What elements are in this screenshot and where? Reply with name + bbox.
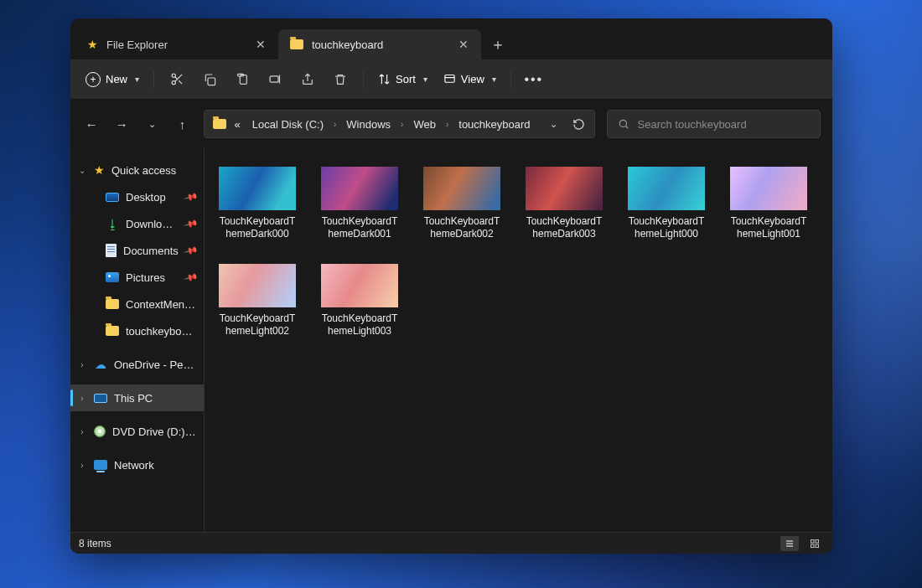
svg-rect-2 — [208, 78, 215, 85]
breadcrumb-seg-windows[interactable]: Windows — [343, 111, 394, 137]
file-item[interactable]: TouchKeyboardThemeDark003 — [525, 167, 603, 240]
sidebar-item-quick-access[interactable]: ⌄ ★ Quick access — [70, 157, 204, 183]
file-thumbnail — [423, 167, 500, 210]
new-label: New — [106, 73, 127, 85]
sidebar-item-this-pc[interactable]: › This PC — [70, 384, 204, 411]
sidebar-item-contextmenu[interactable]: ContextMenuCustomizer — [70, 291, 204, 317]
file-grid[interactable]: TouchKeyboardThemeDark000TouchKeyboardTh… — [205, 148, 832, 532]
file-item[interactable]: TouchKeyboardThemeLight003 — [320, 264, 399, 338]
breadcrumb-seg-touchkeyboard[interactable]: touchkeyboard — [455, 111, 533, 137]
up-button[interactable]: ↑ — [173, 114, 191, 134]
file-thumbnail — [628, 167, 705, 210]
close-tab-button[interactable]: ✕ — [454, 39, 473, 50]
sidebar-label: touchkeyboard — [126, 325, 197, 338]
recent-locations-button[interactable]: ⌄ — [142, 114, 161, 134]
new-button[interactable]: + New ▾ — [79, 69, 146, 90]
sidebar-label: Network — [114, 459, 197, 472]
file-name: TouchKeyboardThemeLight000 — [627, 215, 706, 240]
breadcrumb-overflow[interactable]: « — [231, 111, 244, 137]
new-tab-button[interactable]: ＋ — [481, 29, 515, 59]
sidebar-item-downloads[interactable]: ⭳ Downloads 📌 — [70, 210, 204, 237]
pc-icon — [94, 394, 107, 403]
more-button[interactable]: ••• — [519, 65, 549, 94]
chevron-right-icon[interactable]: › — [399, 120, 405, 129]
paste-button[interactable] — [227, 65, 257, 94]
file-item[interactable]: TouchKeyboardThemeDark001 — [320, 167, 399, 240]
svg-point-7 — [619, 120, 626, 126]
sort-button[interactable]: Sort ▾ — [371, 70, 434, 89]
svg-rect-8 — [811, 539, 815, 543]
pictures-icon — [106, 272, 119, 282]
rename-button[interactable] — [260, 65, 290, 94]
grid-icon — [809, 539, 821, 549]
view-label: View — [461, 73, 484, 85]
sidebar-item-onedrive[interactable]: › ☁ OneDrive - Personal — [70, 351, 204, 378]
search-box[interactable] — [607, 110, 821, 138]
delete-button[interactable] — [325, 65, 355, 94]
cut-button[interactable] — [162, 65, 192, 94]
file-thumbnail — [321, 167, 398, 210]
chevron-down-icon[interactable]: ⌄ — [77, 166, 87, 175]
pin-icon: 📌 — [184, 189, 199, 204]
file-name: TouchKeyboardThemeDark002 — [422, 215, 501, 240]
sidebar-item-dvd[interactable]: › DVD Drive (D:) CCCOMA_X — [70, 418, 204, 445]
copy-icon — [203, 73, 216, 86]
tab-title: File Explorer — [106, 39, 243, 51]
share-icon — [301, 73, 314, 86]
svg-point-0 — [172, 74, 175, 77]
copy-button[interactable] — [194, 65, 225, 94]
chevron-right-icon[interactable]: › — [77, 360, 87, 369]
folder-icon — [213, 119, 226, 129]
disc-icon — [94, 426, 106, 437]
search-input[interactable] — [638, 118, 810, 131]
file-item[interactable]: TouchKeyboardThemeDark000 — [218, 167, 297, 240]
svg-rect-6 — [445, 75, 454, 83]
tab-file-explorer[interactable]: ★ File Explorer ✕ — [75, 29, 278, 59]
chevron-right-icon[interactable]: › — [444, 120, 450, 129]
rename-icon — [268, 72, 282, 86]
view-button[interactable]: View ▾ — [437, 70, 503, 89]
chevron-right-icon[interactable]: › — [332, 120, 338, 129]
breadcrumb-seg-web[interactable]: Web — [410, 111, 439, 137]
breadcrumb-seg-localdisk[interactable]: Local Disk (C:) — [249, 111, 327, 137]
history-dropdown-button[interactable]: ⌄ — [544, 114, 564, 134]
desktop-icon — [106, 193, 119, 202]
sidebar-item-documents[interactable]: Documents 📌 — [70, 237, 204, 264]
file-thumbnail — [730, 167, 807, 210]
sidebar-item-pictures[interactable]: Pictures 📌 — [70, 264, 204, 291]
chevron-right-icon[interactable]: › — [77, 427, 87, 436]
sidebar-label: ContextMenuCustomizer — [126, 298, 197, 311]
sidebar-item-network[interactable]: › Network — [70, 451, 204, 478]
chevron-down-icon: ▾ — [135, 75, 139, 84]
refresh-button[interactable] — [569, 114, 589, 134]
file-thumbnail — [321, 264, 398, 307]
thumbnails-view-button[interactable] — [805, 536, 824, 551]
file-name: TouchKeyboardThemeLight003 — [320, 312, 399, 338]
back-button[interactable]: ← — [82, 114, 101, 134]
address-bar[interactable]: « Local Disk (C:) › Windows › Web › touc… — [204, 110, 595, 138]
tab-touchkeyboard[interactable]: touchkeyboard ✕ — [278, 29, 481, 59]
file-item[interactable]: TouchKeyboardThemeLight000 — [627, 167, 706, 240]
chevron-right-icon[interactable]: › — [77, 461, 87, 470]
chevron-right-icon[interactable]: › — [77, 394, 87, 403]
sidebar-item-desktop[interactable]: Desktop 📌 — [70, 183, 204, 210]
details-view-button[interactable] — [780, 536, 799, 551]
file-name: TouchKeyboardThemeLight002 — [218, 312, 297, 338]
sidebar-item-touchkeyboard[interactable]: touchkeyboard — [70, 317, 204, 344]
list-icon — [784, 539, 795, 549]
share-button[interactable] — [293, 65, 323, 94]
file-explorer-window: ★ File Explorer ✕ touchkeyboard ✕ ＋ + Ne… — [70, 18, 832, 554]
file-item[interactable]: TouchKeyboardThemeLight002 — [218, 264, 297, 338]
separator — [363, 70, 364, 89]
sidebar-label: Pictures — [126, 271, 179, 284]
tab-title: touchkeyboard — [312, 39, 446, 51]
file-item[interactable]: TouchKeyboardThemeLight001 — [729, 167, 808, 240]
star-icon: ★ — [87, 38, 98, 51]
close-tab-button[interactable]: ✕ — [251, 39, 270, 50]
sort-icon — [378, 73, 391, 85]
file-item[interactable]: TouchKeyboardThemeDark002 — [422, 167, 501, 240]
svg-point-1 — [172, 81, 175, 85]
forward-button[interactable]: → — [112, 114, 131, 134]
chevron-down-icon: ▾ — [423, 75, 427, 84]
plus-circle-icon: + — [85, 72, 101, 87]
